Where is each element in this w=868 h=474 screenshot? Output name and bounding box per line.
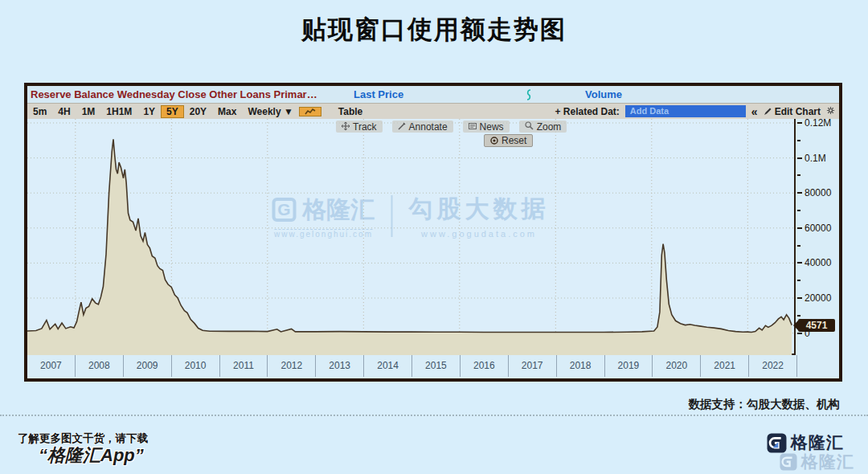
frequency-dropdown[interactable]: Weekly ▼ [242, 105, 298, 118]
watermark-g-logo: G [272, 198, 297, 222]
period-button-20y[interactable]: 20Y [184, 105, 212, 118]
zoom-button[interactable]: Zoom [519, 121, 567, 133]
x-year-label: 2022 [749, 355, 797, 377]
track-icon [342, 121, 350, 133]
x-year-label: 2017 [509, 355, 557, 377]
annotation-squiggle-icon [526, 88, 532, 104]
y-minor-tick [797, 210, 800, 211]
x-year-label: 2016 [461, 355, 509, 377]
period-button-1m[interactable]: 1M [76, 105, 101, 118]
app-name: “格隆汇App” [39, 443, 144, 468]
y-minor-tick [797, 280, 800, 281]
period-button-max[interactable]: Max [212, 105, 242, 118]
x-year-label: 2014 [364, 355, 412, 377]
x-year-label: 2010 [172, 355, 220, 377]
x-year-label: 2009 [124, 355, 172, 377]
add-data-input[interactable]: Add Data [625, 105, 746, 117]
y-tick [797, 333, 802, 334]
y-minor-tick [797, 245, 800, 247]
plot-area[interactable]: G 格隆汇 www.gelonghui.com 勾股大数据 www.goguda… [27, 119, 796, 355]
x-year-label: 2019 [605, 355, 653, 377]
volume-label[interactable]: Volume [585, 88, 622, 100]
period-button-5y[interactable]: 5Y [161, 105, 184, 118]
chart-header-row: Reserve Balance Wednesday Close Other Lo… [27, 86, 839, 103]
toolbar-right: + Related Dat: Add Data « Edit Chart [555, 105, 836, 118]
collapse-button[interactable]: « [751, 105, 758, 118]
g-logo-icon [767, 433, 787, 453]
watermark: G 格隆汇 www.gelonghui.com 勾股大数据 www.goguda… [272, 193, 550, 239]
last-price-label[interactable]: Last Price [354, 88, 403, 100]
gelonghui-logo: 格隆汇 格隆汇 [767, 431, 863, 474]
y-tick [797, 192, 802, 194]
last-price-badge: 4571 [798, 319, 835, 332]
y-minor-tick [797, 315, 800, 317]
y-tick [797, 157, 802, 159]
annotate-icon [398, 121, 406, 133]
period-button-4h[interactable]: 4H [52, 105, 76, 118]
zoom-icon [525, 121, 534, 133]
data-credit: 数据支持：勾股大数据、机构 [689, 397, 841, 412]
period-button-1y[interactable]: 1Y [137, 105, 161, 118]
watermark-divider [391, 195, 393, 237]
gear-icon[interactable] [826, 106, 835, 117]
edit-chart-button[interactable]: Edit Chart [764, 106, 821, 117]
annotate-button[interactable]: Annotate [392, 121, 453, 133]
news-button[interactable]: News [463, 121, 510, 133]
y-minor-tick [797, 140, 800, 141]
x-year-label: 2015 [412, 355, 461, 377]
y-tick-label: 0 [805, 328, 810, 339]
chart-panel: Reserve Balance Wednesday Close Other Lo… [24, 83, 842, 382]
y-minor-tick [797, 174, 800, 176]
related-data-label[interactable]: + Related Dat: [555, 106, 620, 117]
watermark-partner-url: www.gogudata.com [421, 229, 537, 239]
reset-icon [490, 137, 498, 145]
dashed-divider [0, 415, 868, 416]
logo-reflection: 格隆汇 [780, 451, 868, 473]
x-axis: 2007200820092010201120122013201420152016… [27, 355, 797, 377]
y-tick-label: 60000 [805, 223, 831, 234]
period-group: 5m4H1M1H1M1Y5Y20YMaxWeekly ▼Table [27, 104, 368, 119]
y-tick [797, 122, 802, 124]
period-button-5m[interactable]: 5m [27, 105, 52, 118]
watermark-partner: 勾股大数据 [409, 193, 550, 226]
x-year-label: 2008 [76, 355, 124, 377]
y-tick-label: 40000 [805, 257, 831, 268]
x-year-label: 2007 [27, 355, 76, 377]
y-tick-label: 0.1M [805, 153, 826, 164]
line-chart-type-button[interactable] [299, 107, 321, 116]
x-year-label: 2020 [653, 355, 701, 377]
y-tick [797, 297, 802, 299]
track-button[interactable]: Track [336, 121, 383, 133]
watermark-brand-url: www.gelonghui.com [274, 229, 373, 239]
y-tick-label: 80000 [805, 187, 831, 198]
table-button[interactable]: Table [333, 105, 368, 118]
reset-button[interactable]: Reset [484, 134, 533, 147]
x-year-label: 2013 [316, 355, 364, 377]
chart-toolbar: 5m4H1M1H1M1Y5Y20YMaxWeekly ▼Table + Rela… [27, 103, 839, 119]
series-label[interactable]: Reserve Balance Wednesday Close Other Lo… [31, 88, 317, 100]
overlay-toolbar: TrackAnnotateNewsZoom [336, 121, 567, 133]
x-year-label: 2012 [268, 355, 316, 377]
y-axis: 4571 0200004000060000800000.1M0.12M [797, 119, 839, 377]
page-title: 贴现窗口使用额走势图 [0, 13, 868, 47]
y-tick-label: 20000 [805, 292, 831, 304]
x-year-label: 2021 [701, 355, 749, 377]
y-tick-label: 0.12M [805, 117, 831, 129]
pencil-icon [764, 108, 772, 116]
news-icon [469, 121, 477, 133]
watermark-brand: 格隆汇 [303, 194, 375, 227]
x-year-label: 2011 [220, 355, 268, 377]
y-tick [797, 227, 802, 229]
x-year-label: 2018 [557, 355, 605, 377]
plot-row: G 格隆汇 www.gelonghui.com 勾股大数据 www.goguda… [27, 119, 839, 377]
y-tick [797, 262, 802, 264]
period-button-1h1m[interactable]: 1H1M [100, 105, 137, 118]
